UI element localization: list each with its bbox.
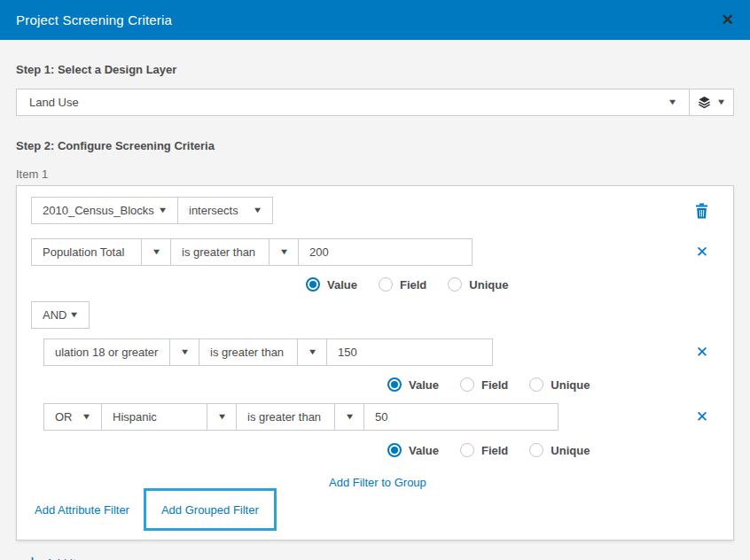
close-icon: ✕	[696, 345, 708, 360]
chevron-down-icon: ▼	[158, 206, 168, 214]
filter1-mode-radios: Value Field Unique	[306, 277, 719, 292]
chevron-down-icon: ▼	[344, 413, 355, 421]
add-filter-to-group-link[interactable]: Add Filter to Group	[329, 476, 426, 489]
relationship-select[interactable]: intersects ▼	[177, 197, 273, 224]
layer-type-button[interactable]: ▼	[689, 89, 734, 116]
radio-field[interactable]: Field	[379, 277, 426, 292]
chevron-down-icon: ▼	[179, 348, 190, 356]
logic-or-value: OR	[55, 410, 73, 424]
chevron-down-icon: ▼	[82, 413, 92, 421]
radio-unselected-icon	[460, 377, 474, 392]
radio-unselected-icon	[448, 277, 462, 292]
close-icon: ✕	[696, 409, 708, 424]
filter2-mode-radios: Value Field Unique	[387, 377, 719, 392]
filter3-mode-radios: Value Field Unique	[387, 443, 719, 457]
chevron-down-icon: ▼	[253, 206, 263, 214]
filter2-operator-arrow[interactable]: ▼	[297, 338, 327, 366]
chevron-down-icon: ▼	[69, 311, 80, 319]
radio-selected-icon	[306, 277, 320, 292]
chevron-down-icon: ▼	[716, 98, 727, 106]
filter3-operator-value: is greater than	[247, 410, 321, 424]
item-layer-select[interactable]: 2010_Census_Blocks ▼	[31, 197, 178, 224]
layers-icon	[698, 96, 711, 109]
radio-unselected-icon	[460, 443, 474, 457]
filter1-operator-value: is greater than	[182, 245, 255, 259]
chevron-down-icon: ▼	[216, 413, 227, 421]
trash-icon	[695, 203, 708, 219]
radio-value[interactable]: Value	[387, 377, 439, 392]
step2-label: Step 2: Configure Screening Criteria	[16, 139, 734, 152]
radio-value[interactable]: Value	[306, 277, 357, 292]
item-panel: 2010_Census_Blocks ▼ intersects ▼	[16, 185, 734, 541]
filter3-field-value: Hispanic	[113, 410, 157, 424]
dialog-header: Project Screening Criteria ✕	[0, 0, 750, 40]
filter2-value-input[interactable]	[327, 339, 492, 365]
radio-unselected-icon	[379, 277, 393, 292]
relationship-value: intersects	[189, 204, 238, 217]
remove-filter1-button[interactable]: ✕	[696, 245, 708, 260]
item-layer-value: 2010_Census_Blocks	[43, 204, 154, 217]
design-layer-value: Land Use	[29, 96, 79, 109]
filter-row: ulation 18 or greater ▼ is greater than …	[43, 338, 719, 366]
filter3-field-arrow[interactable]: ▼	[207, 403, 237, 431]
add-grouped-filter-link[interactable]: Add Grouped Filter	[161, 503, 259, 517]
radio-unselected-icon	[529, 377, 543, 392]
radio-selected-icon	[387, 443, 402, 457]
filter3-operator-select[interactable]: is greater than	[236, 403, 335, 431]
chevron-down-icon: ▼	[668, 98, 678, 106]
filter1-operator-arrow[interactable]: ▼	[269, 238, 299, 266]
filter-row: OR ▼ Hispanic ▼ is greater than ▼	[43, 403, 719, 431]
item-label: Item 1	[16, 167, 734, 181]
design-layer-select[interactable]: Land Use ▼	[16, 89, 690, 116]
chevron-down-icon: ▼	[151, 248, 161, 256]
remove-filter2-button[interactable]: ✕	[696, 345, 708, 360]
radio-unselected-icon	[529, 443, 543, 457]
delete-item-button[interactable]	[695, 203, 708, 219]
close-icon[interactable]: ✕	[722, 12, 734, 27]
radio-unique[interactable]: Unique	[529, 377, 590, 392]
layer-relationship-row: 2010_Census_Blocks ▼ intersects ▼	[31, 197, 719, 224]
step1-label: Step 1: Select a Design Layer	[16, 63, 734, 76]
filter1-operator-select[interactable]: is greater than	[170, 238, 270, 266]
filter1-value-input[interactable]	[299, 239, 472, 265]
add-item-label: Add Item	[46, 556, 92, 560]
filter3-value-input[interactable]	[364, 404, 558, 430]
radio-value[interactable]: Value	[387, 443, 439, 457]
filter1-field-value: Population Total	[43, 245, 124, 259]
radio-field[interactable]: Field	[460, 377, 508, 392]
chevron-down-icon: ▼	[307, 348, 317, 356]
logic-and-value: AND	[43, 308, 66, 322]
filter2-field-select[interactable]: ulation 18 or greater	[43, 338, 170, 366]
dialog-title: Project Screening Criteria	[16, 12, 172, 27]
filter1-field-select[interactable]: Population Total	[31, 238, 142, 266]
logic-and-select[interactable]: AND ▼	[31, 301, 90, 329]
radio-unique[interactable]: Unique	[529, 443, 590, 457]
filter2-field-arrow[interactable]: ▼	[169, 338, 199, 366]
add-item-button[interactable]: + Add Item	[27, 556, 734, 560]
plus-icon: +	[27, 556, 38, 560]
filter2-operator-select[interactable]: is greater than	[199, 338, 298, 366]
chevron-down-icon: ▼	[278, 248, 289, 256]
filter3-field-select[interactable]: Hispanic	[101, 403, 207, 431]
radio-selected-icon	[387, 377, 402, 392]
remove-filter3-button[interactable]: ✕	[696, 409, 708, 424]
filter1-field-arrow[interactable]: ▼	[141, 238, 171, 266]
filter2-field-value: ulation 18 or greater	[55, 346, 158, 359]
logic-row: AND ▼	[31, 301, 719, 329]
radio-unique[interactable]: Unique	[448, 277, 508, 292]
filter-actions-row: Add Attribute Filter Add Grouped Filter	[35, 488, 719, 531]
radio-field[interactable]: Field	[460, 443, 508, 457]
logic-or-select[interactable]: OR ▼	[43, 403, 102, 431]
filter-row: Population Total ▼ is greater than ▼ ✕	[31, 238, 719, 266]
design-layer-row: Land Use ▼ ▼	[16, 89, 734, 116]
add-grouped-filter-highlight: Add Grouped Filter	[144, 488, 277, 531]
filter2-operator-value: is greater than	[210, 346, 284, 359]
filter3-operator-arrow[interactable]: ▼	[334, 403, 364, 431]
close-icon: ✕	[696, 245, 708, 260]
add-attribute-filter-link[interactable]: Add Attribute Filter	[35, 503, 129, 517]
